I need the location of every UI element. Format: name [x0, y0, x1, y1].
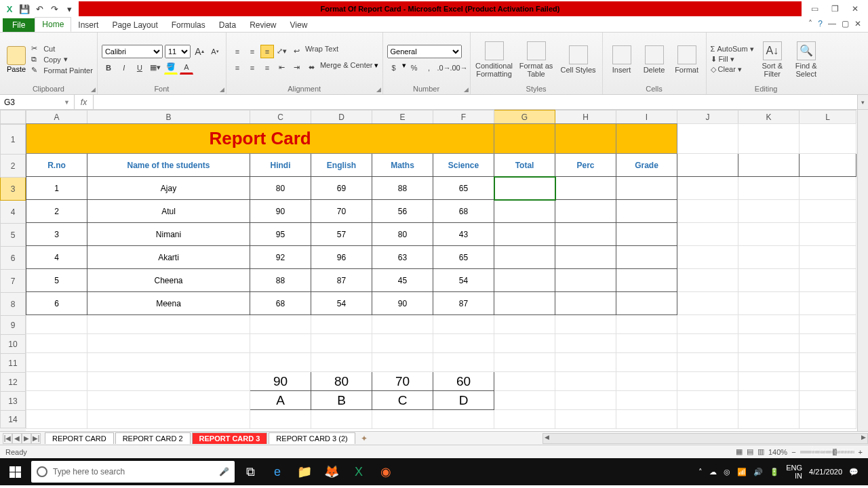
format-cells-button[interactable]: Format [672, 45, 702, 74]
cell[interactable] [250, 353, 311, 372]
cell[interactable] [250, 410, 311, 429]
align-left-button[interactable]: ≡ [231, 61, 244, 75]
cell[interactable] [616, 391, 677, 410]
cell[interactable] [311, 315, 372, 334]
wrap-text-button[interactable]: ↩ [290, 45, 304, 58]
number-format-select[interactable]: General [387, 45, 462, 58]
cell[interactable]: 68 [433, 200, 494, 223]
cell[interactable] [800, 410, 856, 429]
cell[interactable]: B [311, 391, 372, 410]
cell[interactable] [616, 124, 677, 154]
cell[interactable]: 4 [26, 246, 87, 269]
cell[interactable] [738, 372, 800, 391]
cell[interactable] [494, 372, 555, 391]
increase-decimal-button[interactable]: .0→ [437, 61, 451, 75]
window-restore-icon[interactable]: ▢ [842, 19, 849, 28]
sheet-tab[interactable]: REPORT CARD 3 [192, 432, 268, 444]
cell[interactable] [800, 246, 856, 269]
cell[interactable] [677, 223, 738, 246]
review-tab[interactable]: Review [243, 18, 283, 32]
cell[interactable] [800, 292, 856, 315]
cell[interactable] [800, 315, 856, 334]
align-center-button[interactable]: ≡ [245, 61, 259, 75]
cell[interactable] [555, 372, 616, 391]
cell[interactable]: Cheena [87, 269, 250, 292]
font-name-select[interactable]: Calibri [102, 45, 163, 58]
cell[interactable]: 1 [26, 177, 87, 200]
file-tab[interactable]: File [3, 18, 35, 32]
format-as-table-button[interactable]: Format as Table [517, 41, 556, 78]
cell[interactable] [800, 124, 856, 154]
cell[interactable] [800, 353, 856, 372]
edge-icon[interactable]: e [266, 461, 289, 483]
cell[interactable]: Maths [372, 154, 433, 177]
firefox-icon[interactable]: 🦊 [320, 461, 343, 483]
cell[interactable] [616, 372, 677, 391]
cell[interactable] [494, 334, 555, 353]
col-header-K[interactable]: K [738, 110, 800, 124]
cell[interactable]: 88 [250, 269, 311, 292]
cell[interactable] [677, 177, 738, 200]
cell[interactable] [738, 177, 800, 200]
cell[interactable] [800, 177, 856, 200]
row-header-8[interactable]: 8 [1, 293, 26, 316]
undo-icon[interactable]: ↶ [34, 3, 45, 14]
taskbar-search[interactable]: Type here to search🎤 [31, 461, 235, 483]
cell[interactable] [555, 410, 616, 429]
cell[interactable] [677, 372, 738, 391]
cell[interactable] [494, 124, 555, 154]
cell[interactable] [555, 353, 616, 372]
cell[interactable]: Perc [555, 154, 616, 177]
col-header-I[interactable]: I [616, 110, 677, 124]
font-size-select[interactable]: 11 [165, 45, 191, 58]
copy-button[interactable]: Copy ▾ [31, 55, 93, 64]
cell[interactable] [677, 292, 738, 315]
cell[interactable] [677, 353, 738, 372]
cell[interactable] [738, 246, 800, 269]
cell[interactable] [800, 334, 856, 353]
cell[interactable]: 5 [26, 269, 87, 292]
cell[interactable]: 63 [372, 246, 433, 269]
notifications-icon[interactable]: 💬 [849, 468, 859, 476]
cell[interactable] [616, 223, 677, 246]
onedrive-icon[interactable]: ☁ [709, 468, 717, 476]
cell[interactable] [494, 223, 555, 246]
minimize-ribbon-icon[interactable]: ˄ [808, 19, 812, 28]
cell[interactable] [311, 353, 372, 372]
cell[interactable] [616, 177, 677, 200]
cell[interactable] [372, 353, 433, 372]
window-min-icon[interactable]: — [828, 19, 836, 28]
cell[interactable]: Atul [87, 200, 250, 223]
number-launcher-icon[interactable]: ◢ [464, 86, 469, 93]
formula-expand-icon[interactable]: ▾ [857, 95, 868, 109]
sheet-tab[interactable]: REPORT CARD 3 (2) [269, 432, 355, 444]
cell[interactable]: Total [494, 154, 555, 177]
cell[interactable]: D [433, 391, 494, 410]
cell[interactable] [87, 372, 250, 391]
cell[interactable]: 60 [433, 372, 494, 391]
increase-font-button[interactable]: A▴ [193, 45, 206, 58]
formulas-tab[interactable]: Formulas [165, 18, 212, 32]
task-view-button[interactable]: ⧉ [239, 461, 262, 483]
cell[interactable] [738, 334, 800, 353]
select-all-button[interactable] [1, 110, 26, 124]
find-select-button[interactable]: 🔍Find & Select [791, 41, 822, 78]
cell[interactable]: 92 [250, 246, 311, 269]
cell[interactable] [738, 154, 800, 177]
cell[interactable] [738, 269, 800, 292]
cell[interactable]: 65 [433, 246, 494, 269]
decrease-font-button[interactable]: A▾ [208, 45, 222, 58]
location-icon[interactable]: ◎ [724, 468, 730, 476]
border-button[interactable]: ▦▾ [149, 61, 162, 75]
conditional-formatting-button[interactable]: Conditional Formatting [475, 41, 514, 78]
cell[interactable] [616, 269, 677, 292]
wifi-icon[interactable]: 📶 [737, 468, 747, 476]
cell[interactable] [433, 315, 494, 334]
col-header-J[interactable]: J [677, 110, 738, 124]
cell[interactable] [738, 124, 800, 154]
sheet-tab[interactable]: REPORT CARD 2 [115, 432, 191, 444]
page-layout-tab[interactable]: Page Layout [105, 18, 164, 32]
cell[interactable] [494, 177, 555, 200]
cell[interactable] [494, 315, 555, 334]
cell[interactable] [26, 372, 87, 391]
